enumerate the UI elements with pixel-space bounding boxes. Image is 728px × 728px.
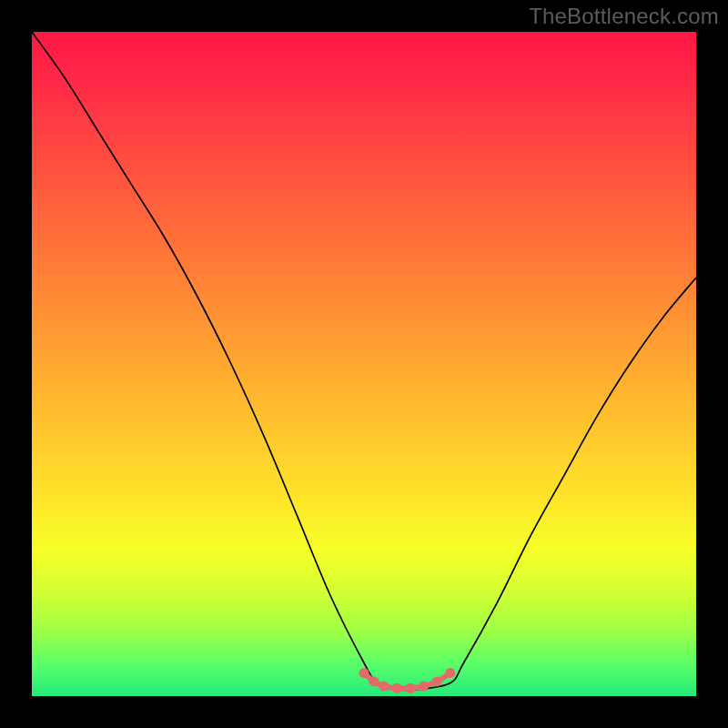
- v-curve-path: [32, 32, 696, 691]
- marker-dot: [445, 668, 455, 678]
- plot-area: [32, 32, 696, 696]
- watermark-text: TheBottleneck.com: [529, 4, 719, 29]
- marker-dot: [406, 683, 416, 693]
- marker-dot: [379, 682, 389, 692]
- marker-dot: [419, 682, 429, 692]
- marker-dot: [359, 668, 369, 678]
- marker-dot: [392, 683, 402, 693]
- marker-dot: [432, 676, 442, 686]
- marker-dot: [369, 676, 379, 686]
- chart-frame: TheBottleneck.com: [0, 0, 728, 728]
- bottleneck-curve: [32, 32, 696, 696]
- marker-valley: [359, 668, 456, 693]
